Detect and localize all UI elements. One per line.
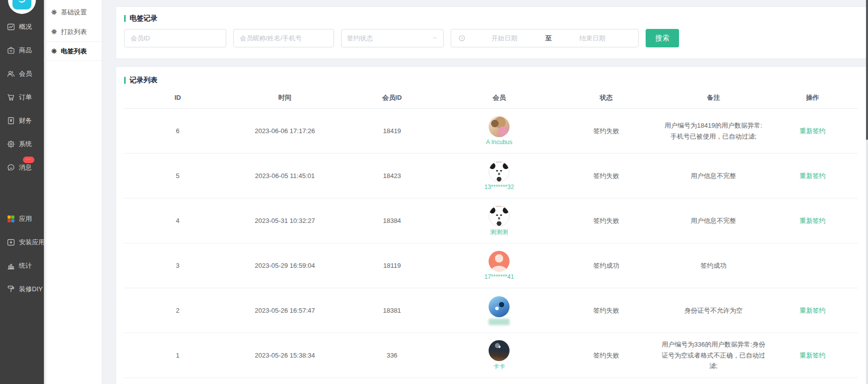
re-sign-link[interactable]: 重新签约 [800,127,826,136]
cell-member-id: 18423 [339,172,446,180]
panel-title-esign-records: 电签记录 [124,14,858,23]
sidebar-item-stats[interactable]: 统计 [0,254,44,277]
cell-member [446,293,553,328]
cell-remark: 用户信息不完整 [660,215,767,226]
table-header-row: ID时间会员ID会员状态备注操作 [124,87,858,109]
esign-records-panel: 电签记录 签约状态 开始日期 至 结束日期 [116,6,867,59]
submenu-item-esign-list[interactable]: 电签列表 [44,41,102,61]
photo-puppy-avatar[interactable] [489,116,510,137]
panda-meme-avatar[interactable] [489,205,510,226]
cell-remark: 用户信息不完整 [660,171,767,181]
photo-blue-avatar[interactable] [489,296,510,317]
main-content: 电签记录 签约状态 开始日期 至 结束日期 [102,0,868,384]
cell-member: 17*******41 [446,248,553,283]
cell-id: 6 [124,127,231,135]
re-sign-link[interactable]: 重新签约 [800,351,826,360]
install-apps-icon [6,238,15,247]
column-header: 操作 [767,93,858,102]
start-date-placeholder: 开始日期 [466,34,543,43]
submenu-nav: 基础设置 打款列表 电签列表 [44,0,102,61]
sidebar-item-install-apps[interactable]: 安装应用 [0,230,44,254]
sidebar-item-system[interactable]: 系统 [0,132,44,156]
cell-member: 卡卡 [446,337,553,374]
column-header: 状态 [553,93,660,102]
cell-member: 测测测 [446,202,553,239]
member-name-link[interactable] [489,319,510,325]
submenu-item-payment-list[interactable]: 打款列表 [44,22,102,41]
cell-status: 签约失败 [553,306,660,315]
table-row: 2 2023-05-26 16:57:47 18381 签约失败 身份证号不允许… [124,288,858,333]
panel-title-records-list: 记录列表 [124,76,858,85]
sidebar-item-goods[interactable]: 商品 [0,38,44,62]
date-range-picker[interactable]: 开始日期 至 结束日期 [451,29,639,47]
member-name-link[interactable]: 13*******32 [484,184,514,191]
title-accent-bar [124,77,126,84]
cell-member-id: 18381 [339,307,446,314]
members-icon [6,69,15,78]
member-name-link[interactable]: 卡卡 [493,363,505,371]
cell-id: 2 [124,307,231,314]
end-date-placeholder: 结束日期 [554,34,632,43]
sidebar-item-members[interactable]: 会员 [0,62,44,85]
sidebar-item-overview[interactable]: 概况 [0,15,44,38]
primary-sidebar: 概况 商品 会员 订单 财务 系统 消息 ··· 应用 安装应用 统计 装修DI… [0,0,44,384]
gear-icon [51,28,57,35]
goods-icon [6,46,15,55]
page-scrollbar[interactable] [866,0,868,384]
cell-member-id: 18384 [339,217,446,224]
member-info-input[interactable] [233,29,334,47]
panda-meme-avatar[interactable] [489,161,510,182]
finance-icon [6,116,15,125]
filter-bar: 签约状态 开始日期 至 结束日期 搜索 [124,29,858,47]
message-badge: ··· [23,157,34,163]
sign-status-select[interactable]: 签约状态 [341,29,444,47]
table-row: 1 2023-05-26 15:38:34 336 卡卡 签约失败 用户编号为3… [124,333,858,378]
sidebar-nav-primary: 概况 商品 会员 订单 财务 系统 消息 ··· [0,15,44,179]
cell-member-id: 336 [339,352,446,359]
re-sign-link[interactable]: 重新签约 [800,172,826,181]
screen: 概况 商品 会员 订单 财务 系统 消息 ··· 应用 安装应用 统计 装修DI… [0,0,868,384]
search-button[interactable]: 搜索 [646,29,679,47]
table-row: 5 2023-06-05 11:45:01 18423 13*******32 … [124,154,858,198]
cell-id: 4 [124,217,231,224]
gear-icon [51,9,57,15]
cell-action: 重新签约 [767,172,858,181]
orders-icon [6,93,15,102]
member-name-link[interactable]: 测测测 [490,228,508,236]
sidebar-item-decorate-diy[interactable]: 装修DIY [0,277,44,301]
cell-action: 重新签约 [767,216,858,225]
member-name-link[interactable]: A Incubus [486,139,513,146]
cell-time: 2023-05-29 16:59:04 [231,262,339,269]
re-sign-link[interactable]: 重新签约 [800,306,826,315]
sidebar-nav-secondary: 应用 安装应用 统计 装修DIY [0,207,44,301]
cell-action: 重新签约 [767,351,858,360]
cell-status: 签约成功 [553,261,660,270]
cell-remark: 签约成功 [660,260,767,271]
sidebar-item-finance[interactable]: 财务 [0,109,44,132]
cell-id: 5 [124,172,231,180]
sidebar-item-apps[interactable]: 应用 [0,207,44,230]
member-name-link[interactable]: 17*******41 [484,273,514,280]
cell-status: 签约失败 [553,127,660,136]
sidebar-item-orders[interactable]: 订单 [0,85,44,109]
app-logo [8,0,36,14]
sidebar-item-message[interactable]: 消息 ··· [0,156,44,179]
cell-id: 3 [124,262,231,269]
table-body: 6 2023-06-06 17:17:26 18419 A Incubus 签约… [124,109,858,378]
re-sign-link[interactable]: 重新签约 [800,216,826,225]
column-header: 会员 [446,93,553,102]
system-icon [6,140,15,149]
scrollbar-thumb[interactable] [866,0,868,140]
default-person-avatar[interactable] [489,251,510,272]
sign-status-placeholder: 签约状态 [347,34,373,43]
gear-icon [51,48,57,54]
cell-time: 2023-05-26 16:57:47 [231,307,339,314]
member-id-input[interactable] [124,29,226,47]
overview-icon [6,22,15,31]
column-header: ID [124,94,231,101]
submenu-item-basic-settings[interactable]: 基础设置 [44,2,102,22]
table-row: 6 2023-06-06 17:17:26 18419 A Incubus 签约… [124,109,858,154]
photo-night-avatar[interactable] [489,340,510,361]
title-accent-bar [124,15,126,22]
cell-status: 签约失败 [553,172,660,181]
